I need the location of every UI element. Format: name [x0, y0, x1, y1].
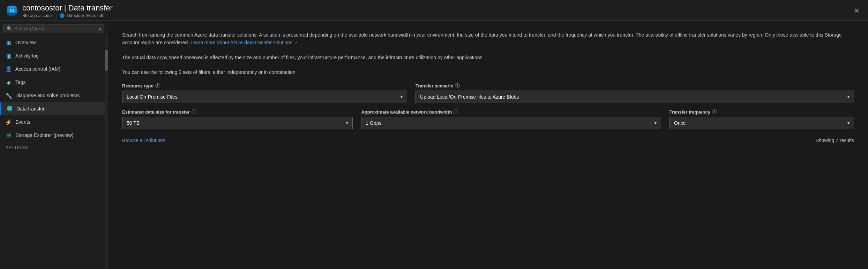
diagnose-icon: 🔧	[6, 92, 12, 99]
transfer-scenario-value: Upload Local/On-Premise files to Azure B…	[420, 94, 519, 100]
storage-explorer-icon: ▤	[6, 132, 12, 138]
sidebar-item-label: Access control (IAM)	[15, 66, 99, 72]
filter-row-1: Resource type i Local On-Premise Files ▾…	[122, 83, 854, 103]
tags-icon: ◈	[6, 79, 12, 85]
sidebar-item-label: Activity log	[15, 53, 99, 59]
browse-all-link[interactable]: Browse all solutions	[122, 138, 165, 143]
filter-group-data-size: Estimated data size for transfer i 50 TB…	[122, 109, 353, 129]
sidebar: 🔍 « ▦ Overview ▣ Activity log 👤 Access c…	[0, 21, 108, 269]
sidebar-item-activity-log[interactable]: ▣ Activity log	[0, 49, 105, 62]
data-size-label: Estimated data size for transfer i	[122, 109, 353, 115]
data-size-info-icon[interactable]: i	[192, 109, 196, 114]
title-meta: Storage account | i Directory: Microsoft	[22, 13, 113, 18]
directory-label: Directory: Microsoft	[67, 13, 103, 18]
main-layout: 🔍 « ▦ Overview ▣ Activity log 👤 Access c…	[0, 21, 868, 269]
resource-type-select[interactable]: Local On-Premise Files ▾	[122, 91, 407, 103]
title-text: contosostor | Data transfer Storage acco…	[22, 3, 113, 18]
bandwidth-info-icon[interactable]: i	[454, 109, 458, 114]
resource-type-chevron: ▾	[401, 94, 403, 99]
sidebar-item-label: Events	[15, 119, 99, 125]
filter-row-2: Estimated data size for transfer i 50 TB…	[122, 109, 854, 129]
sidebar-item-label: Data transfer	[16, 106, 99, 112]
separator: |	[55, 13, 57, 18]
filter-group-bandwidth: Approximate available network bandwidth …	[361, 109, 661, 129]
storage-account-label: Storage account	[22, 13, 53, 18]
description-block-2: The actual data copy speed observed is a…	[122, 54, 854, 61]
page-title: contosostor | Data transfer	[22, 3, 113, 13]
filter-group-resource-type: Resource type i Local On-Premise Files ▾	[122, 83, 407, 103]
data-size-chevron: ▾	[346, 121, 348, 125]
resource-type-info-icon[interactable]: i	[155, 83, 160, 88]
sidebar-item-iam[interactable]: 👤 Access control (IAM)	[0, 62, 105, 76]
nav-list: ▦ Overview ▣ Activity log 👤 Access contr…	[0, 36, 105, 269]
sidebar-item-data-transfer[interactable]: Data transfer	[0, 102, 105, 115]
search-input[interactable]	[14, 26, 96, 31]
sidebar-item-diagnose[interactable]: 🔧 Diagnose and solve problems	[0, 89, 105, 102]
frequency-label: Transfer frequency i	[669, 109, 854, 115]
frequency-select[interactable]: Once ▾	[669, 117, 854, 129]
description-text-2: The actual data copy speed observed is a…	[122, 54, 854, 61]
frequency-info-icon[interactable]: i	[712, 109, 717, 114]
bandwidth-chevron: ▾	[654, 121, 657, 125]
footer-row: Browse all solutions Showing 7 results	[122, 138, 854, 143]
learn-more-link[interactable]: Learn more about Azure data transfer sol…	[190, 40, 298, 45]
filter-group-transfer-scenario: Transfer scenario i Upload Local/On-Prem…	[416, 83, 854, 103]
sidebar-item-storage-explorer[interactable]: ▤ Storage Explorer (preview)	[0, 129, 105, 142]
data-size-value: 50 TB	[127, 120, 140, 126]
filter-group-frequency: Transfer frequency i Once ▾	[669, 109, 854, 129]
sidebar-item-label: Storage Explorer (preview)	[15, 132, 99, 138]
iam-icon: 👤	[6, 66, 12, 72]
title-bar: TB contosostor | Data transfer Storage a…	[0, 0, 868, 21]
description-text-3: You can use the following 2 sets of filt…	[122, 68, 854, 76]
collapse-icon[interactable]: «	[98, 26, 101, 31]
search-bar[interactable]: 🔍 «	[3, 24, 104, 33]
frequency-value: Once	[674, 120, 686, 126]
storage-account-icon: TB	[6, 5, 18, 17]
transfer-scenario-select[interactable]: Upload Local/On-Premise files to Azure B…	[416, 91, 854, 103]
scroll-thumb	[105, 50, 108, 71]
overview-icon: ▦	[6, 39, 12, 46]
sidebar-item-label: Tags	[15, 79, 99, 85]
svg-text:TB: TB	[9, 9, 14, 13]
settings-header: Settings	[0, 142, 105, 152]
description-block-1: Search from among the common Azure data …	[122, 31, 854, 47]
filter-section: Resource type i Local On-Premise Files ▾…	[122, 83, 854, 129]
sidebar-item-tags[interactable]: ◈ Tags	[0, 76, 105, 89]
external-link-icon: ↗	[294, 41, 298, 45]
data-size-select[interactable]: 50 TB ▾	[122, 117, 353, 129]
activity-log-icon: ▣	[6, 53, 12, 59]
results-count: Showing 7 results	[815, 138, 854, 143]
bandwidth-select[interactable]: 1 Gbps ▾	[361, 117, 661, 129]
transfer-scenario-info-icon[interactable]: i	[455, 83, 460, 88]
close-button[interactable]: ✕	[851, 6, 862, 16]
bandwidth-value: 1 Gbps	[366, 120, 381, 126]
scroll-track[interactable]	[105, 36, 108, 269]
data-transfer-icon	[7, 106, 13, 112]
sidebar-item-label: Overview	[15, 40, 99, 45]
resource-type-label: Resource type i	[122, 83, 407, 89]
search-icon: 🔍	[7, 26, 12, 31]
sidebar-item-label: Diagnose and solve problems	[15, 93, 99, 98]
description-block-3: You can use the following 2 sets of filt…	[122, 68, 854, 76]
transfer-scenario-chevron: ▾	[847, 94, 850, 99]
frequency-chevron: ▾	[847, 121, 850, 125]
title-left: TB contosostor | Data transfer Storage a…	[6, 3, 113, 18]
info-badge: i	[60, 13, 65, 18]
svg-point-9	[7, 108, 12, 110]
resource-type-value: Local On-Premise Files	[127, 94, 178, 100]
content-area: Search from among the common Azure data …	[108, 21, 868, 269]
transfer-scenario-label: Transfer scenario i	[416, 83, 854, 89]
sidebar-item-events[interactable]: ⚡ Events	[0, 115, 105, 129]
bandwidth-label: Approximate available network bandwidth …	[361, 109, 661, 115]
events-icon: ⚡	[6, 119, 12, 125]
sidebar-item-overview[interactable]: ▦ Overview	[0, 36, 105, 49]
